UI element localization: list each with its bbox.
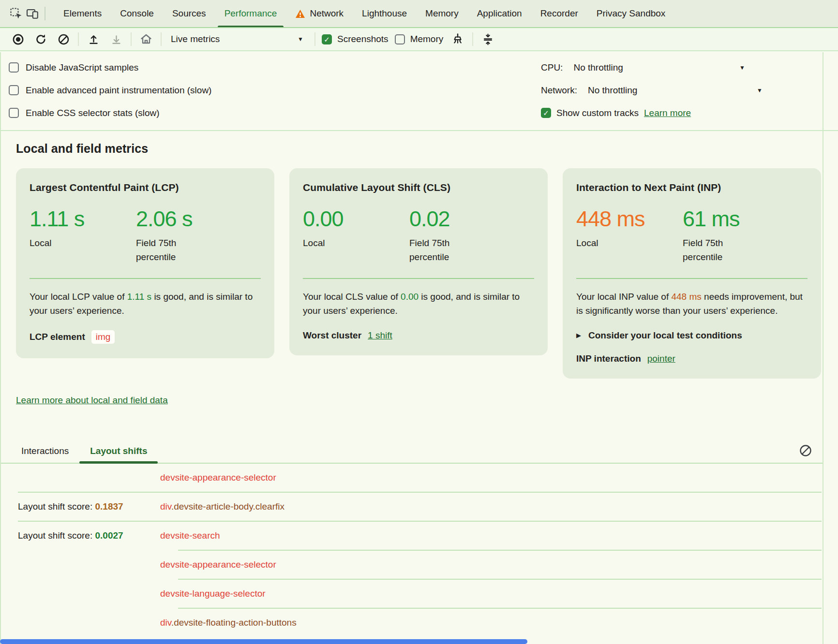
screenshots-checkbox[interactable]: Screenshots [322,34,389,44]
local-test-conditions-disclosure[interactable]: ▶ Consider your local test conditions [576,330,808,341]
tab-console[interactable]: Console [111,0,163,27]
chevron-down-icon: ▼ [757,88,763,93]
tab-recorder[interactable]: Recorder [531,0,587,27]
element-node-link[interactable]: div.devsite-article-body.clearfix [160,501,838,512]
cpu-throttling-select[interactable]: CPU: No throttling ▼ [541,62,745,73]
tab-elements[interactable]: Elements [54,0,111,27]
element-node-link[interactable]: div.devsite-floating-action-buttons [160,617,838,628]
tab-sources[interactable]: Sources [163,0,215,27]
home-icon[interactable] [138,31,154,47]
element-node-link[interactable]: devsite-language-selector [160,588,838,599]
inp-interaction-link[interactable]: pointer [647,353,675,364]
metric-cards: Largest Contentful Paint (LCP) 1.11 s Lo… [16,168,821,379]
tab-label: Application [477,8,522,19]
toolbar-divider [472,32,473,46]
cls-local-value-block: 0.00 Local [303,208,409,264]
lcp-inline-value: 1.11 s [127,292,151,302]
performance-toolbar: Live metrics ▼ Screenshots Memory [0,28,838,51]
throttling-settings: CPU: No throttling ▼ Network: No throttl… [541,56,838,124]
show-custom-tracks-checkbox[interactable]: Show custom tracks [541,108,639,118]
cpu-label: CPU: [541,62,563,73]
toolbar-divider [78,32,79,46]
show-custom-tracks-label: Show custom tracks [556,108,639,118]
inp-interaction-row: INP interaction pointer [576,353,808,364]
network-throttling-select[interactable]: Network: No throttling ▼ [541,85,763,96]
memory-label: Memory [410,34,444,44]
network-value: No throttling [588,85,637,96]
network-label: Network: [541,85,577,96]
layout-shift-rows: devsite-appearance-selectorLayout shift … [0,464,838,637]
live-metrics-view: Local and field metrics Largest Contentf… [0,142,838,637]
checkbox-box[interactable] [9,108,19,118]
worst-cluster-label: Worst cluster [303,330,361,341]
local-label: Local [30,236,95,250]
checkbox-box[interactable] [541,108,551,118]
tab-label: Elements [63,8,102,19]
history-dropdown[interactable]: Live metrics ▼ [168,31,308,47]
option-label: Disable JavaScript samples [26,62,138,73]
checkbox-box[interactable] [9,62,19,73]
record-button[interactable] [10,31,26,47]
device-toolbar-icon[interactable] [24,5,41,22]
cpu-value: No throttling [573,62,623,73]
clear-button[interactable] [55,31,72,47]
cls-local-value: 0.00 [303,208,409,230]
collapse-icon[interactable] [479,31,496,47]
save-profile-icon[interactable] [108,31,124,47]
tab-label: Console [120,8,154,19]
tab-label: Network [310,8,344,19]
option-disable-js-samples[interactable]: Disable JavaScript samples [9,56,211,79]
toolbar-divider [45,7,45,20]
record-and-reload-button[interactable] [32,31,49,47]
lcp-field-value-block: 2.06 s Field 75th percentile [136,208,261,264]
lcp-local-value: 1.11 s [30,208,136,230]
tab-network[interactable]: Network [286,0,353,27]
lcp-element-node-link[interactable]: img [91,330,115,344]
load-profile-icon[interactable] [85,31,102,47]
log-tab-layout-shifts[interactable]: Layout shifts [79,439,158,463]
element-node-link[interactable]: devsite-appearance-selector [160,472,838,483]
capture-settings-options: Disable JavaScript samples Enable advanc… [9,56,211,124]
tab-privacy-sandbox[interactable]: Privacy Sandbox [587,0,675,27]
tab-label: Privacy Sandbox [597,8,666,19]
checkbox-box[interactable] [9,85,19,95]
option-css-selector-stats[interactable]: Enable CSS selector stats (slow) [9,102,211,124]
memory-checkbox[interactable]: Memory [395,34,444,44]
inp-interaction-label: INP interaction [576,353,641,364]
learn-more-field-data-link[interactable]: Learn more about local and field data [16,395,168,406]
cls-description: Your local CLS value of 0.00 is good, an… [303,290,534,318]
clear-log-icon[interactable] [797,442,814,459]
inspect-element-icon[interactable] [8,5,24,22]
gc-brush-icon[interactable] [449,31,466,47]
lcp-card-title: Largest Contentful Paint (LCP) [30,182,261,193]
layout-shift-score: Layout shift score: 0.0027 [0,530,160,541]
inp-field-value-block: 61 ms Field 75th percentile [683,208,808,264]
tab-label: Sources [172,8,206,19]
inp-inline-value: 448 ms [671,292,701,302]
inp-local-value-block: 448 ms Local [576,208,683,264]
layout-shift-row: devsite-appearance-selector [0,464,838,492]
element-node-link[interactable]: devsite-appearance-selector [160,559,838,570]
checkbox-box[interactable] [322,34,332,44]
tab-memory[interactable]: Memory [416,0,468,27]
worst-cluster-link[interactable]: 1 shift [368,330,392,341]
panel-right-border [823,52,823,644]
toolbar-divider [161,32,162,46]
log-tab-interactions[interactable]: Interactions [11,439,79,463]
lcp-field-value: 2.06 s [136,208,261,230]
inp-card: Interaction to Next Paint (INP) 448 ms L… [563,168,821,379]
toolbar-divider [131,32,132,46]
learn-more-link[interactable]: Learn more [644,108,691,118]
horizontal-scrollbar-thumb[interactable] [0,639,527,644]
tab-lighthouse[interactable]: Lighthouse [353,0,416,27]
tab-performance[interactable]: Performance [215,0,286,27]
card-divider [30,278,261,279]
panel-tabs: ElementsConsoleSourcesPerformanceNetwork… [54,0,838,27]
checkbox-box[interactable] [395,34,405,44]
capture-settings: Disable JavaScript samples Enable advanc… [0,51,838,131]
option-advanced-paint-instrumentation[interactable]: Enable advanced paint instrumentation (s… [9,79,211,102]
screenshots-label: Screenshots [337,34,389,44]
tab-application[interactable]: Application [468,0,531,27]
section-heading: Local and field metrics [16,142,838,156]
element-node-link[interactable]: devsite-search [160,530,838,541]
